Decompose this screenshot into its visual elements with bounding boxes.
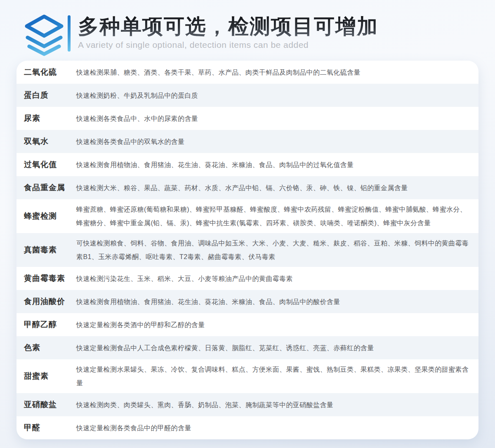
page-header: 多种单项可选，检测项目可增加 A variety of single optio… bbox=[0, 0, 495, 58]
table-row: 二氧化硫 快速检测果脯、糖类、酒类、各类干果、草药、水产品、肉类干鲜品及肉制品中… bbox=[16, 61, 478, 84]
item-name-label: 甜蜜素 bbox=[16, 371, 76, 382]
item-name-label: 色素 bbox=[16, 342, 76, 353]
item-description: 蜂蜜蔗糖、蜂蜜还原糖(葡萄糖和果糖)、蜂蜜羟甲基糠醛、蜂蜜酸度、蜂蜜中农药残留、… bbox=[76, 203, 472, 230]
item-description: 快速检测肉类、肉类罐头、熏肉、香肠、奶制品、泡菜、腌制蔬菜等中的亚硝酸盐含量 bbox=[76, 398, 472, 412]
table-row: 甜蜜素 快速定量检测水果罐头、果冻、冷饮、复合调味料、糕点、方便米面、果酱、蜜饯… bbox=[16, 359, 478, 393]
table-row: 甲醇乙醇 快速定量检测各类酒中的甲醇和乙醇的含量 bbox=[16, 313, 478, 336]
table-row: 真菌毒素 可快速检测粮食、饲料、谷物、食用油、调味品中如玉米、大米、小麦、大麦、… bbox=[16, 233, 478, 267]
table-row: 尿素 快速检测各类食品中、水中的尿素的含量 bbox=[16, 107, 478, 130]
item-name-label: 真菌毒素 bbox=[16, 245, 76, 255]
item-description: 快速定量检测各类食品中的甲醛的含量 bbox=[76, 421, 472, 435]
item-description: 快速定量检测各类酒中的甲醇和乙醇的含量 bbox=[76, 318, 472, 332]
table-row: 食用油酸价 快速检测食用植物油、食用猪油、花生油、葵花油、米糠油、食品、肉制品中… bbox=[16, 290, 478, 313]
item-name-label: 蛋白质 bbox=[16, 90, 76, 101]
item-name-label: 蜂蜜检测 bbox=[16, 211, 76, 222]
item-description: 可快速检测粮食、饲料、谷物、食用油、调味品中如玉米、大米、小麦、大麦、糙米、麸皮… bbox=[76, 236, 472, 264]
item-name-label: 甲醛 bbox=[16, 422, 76, 433]
page-title: 多种单项可选，检测项目可增加 bbox=[78, 15, 378, 38]
table-row: 食品重金属 快速检测大米、粮谷、果品、蔬菜、药材、水质、水产品中铅、镉、六价铬、… bbox=[16, 176, 478, 199]
item-description: 快速检测各类食品中、水中的尿素的含量 bbox=[76, 112, 472, 125]
item-name-label: 亚硝酸盐 bbox=[16, 399, 76, 410]
detection-items-table: 二氧化硫 快速检测果脯、糖类、酒类、各类干果、草药、水产品、肉类干鲜品及肉制品中… bbox=[16, 61, 478, 439]
item-description: 快速检测食用植物油、食用猪油、花生油、葵花油、米糠油、食品、肉制品中的过氧化值含… bbox=[76, 158, 472, 172]
table-row: 蜂蜜检测 蜂蜜蔗糖、蜂蜜还原糖(葡萄糖和果糖)、蜂蜜羟甲基糠醛、蜂蜜酸度、蜂蜜中… bbox=[16, 199, 478, 233]
page: 多种单项可选，检测项目可增加 A variety of single optio… bbox=[0, 0, 495, 448]
item-name-label: 尿素 bbox=[16, 113, 76, 124]
item-description: 快速定量检测水果罐头、果冻、冷饮、复合调味料、糕点、方便米面、果酱、蜜饯、熟制豆… bbox=[76, 363, 472, 390]
item-description: 快速检测污染花生、玉米、稻米、大豆、小麦等粮油产品中的黄曲霉毒素 bbox=[76, 272, 472, 285]
item-description: 快速定量检测食品中人工合成色素柠檬黄、日落黄、胭脂红、苋菜红、诱惑红、亮蓝、赤藓… bbox=[76, 341, 472, 355]
table-row: 色素 快速定量检测食品中人工合成色素柠檬黄、日落黄、胭脂红、苋菜红、诱惑红、亮蓝… bbox=[16, 336, 478, 359]
item-name-label: 二氧化硫 bbox=[16, 67, 76, 78]
item-name-label: 甲醇乙醇 bbox=[16, 319, 76, 330]
item-description: 快速检测大米、粮谷、果品、蔬菜、药材、水质、水产品中铅、镉、六价铬、汞、砷、铁、… bbox=[76, 181, 472, 195]
item-description: 快速检测奶粉、牛奶及乳制品中的蛋白质 bbox=[76, 89, 472, 102]
item-name-label: 双氧水 bbox=[16, 136, 76, 147]
accent-divider-bar bbox=[68, 15, 71, 52]
table-row: 甲醛 快速定量检测各类食品中的甲醛的含量 bbox=[16, 416, 478, 439]
item-name-label: 过氧化值 bbox=[16, 159, 76, 170]
table-row: 双氧水 快速检测各类食品中的双氧水的含量 bbox=[16, 130, 478, 153]
item-description: 快速检测食用植物油、食用猪油、花生油、葵花油、米糠油、食品、肉制品中的酸价含量 bbox=[76, 295, 472, 309]
item-name-label: 食用油酸价 bbox=[16, 296, 76, 307]
table-row: 过氧化值 快速检测食用植物油、食用猪油、花生油、葵花油、米糠油、食品、肉制品中的… bbox=[16, 153, 478, 176]
table-row: 亚硝酸盐 快速检测肉类、肉类罐头、熏肉、香肠、奶制品、泡菜、腌制蔬菜等中的亚硝酸… bbox=[16, 393, 478, 416]
page-subtitle: A variety of single optional, detection … bbox=[78, 40, 378, 50]
layers-stack-icon bbox=[24, 14, 64, 56]
table-row: 蛋白质 快速检测奶粉、牛奶及乳制品中的蛋白质 bbox=[16, 84, 478, 107]
title-block: 多种单项可选，检测项目可增加 A variety of single optio… bbox=[78, 14, 378, 50]
item-description: 快速检测各类食品中的双氧水的含量 bbox=[76, 135, 472, 149]
table-row: 黄曲霉毒素 快速检测污染花生、玉米、稻米、大豆、小麦等粮油产品中的黄曲霉毒素 bbox=[16, 267, 478, 290]
item-name-label: 食品重金属 bbox=[16, 182, 76, 193]
item-description: 快速检测果脯、糖类、酒类、各类干果、草药、水产品、肉类干鲜品及肉制品中的二氧化硫… bbox=[76, 66, 472, 79]
item-name-label: 黄曲霉毒素 bbox=[16, 273, 76, 284]
